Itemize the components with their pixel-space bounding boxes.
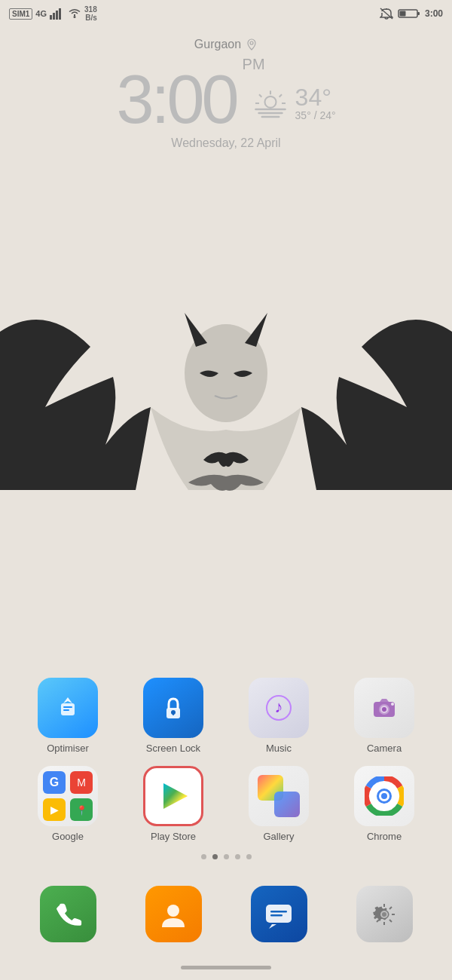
home-indicator[interactable] — [181, 966, 271, 969]
status-bar: SIM1 4G 318 B/s — [0, 0, 452, 27]
svg-point-33 — [382, 707, 386, 712]
svg-marker-20 — [185, 313, 207, 347]
weather-area: 34° 35° / 24° — [252, 85, 336, 121]
svg-text:♪: ♪ — [275, 697, 283, 716]
network-type: 4G — [35, 9, 47, 18]
dock-settings[interactable] — [350, 886, 418, 942]
temp-main: 34° — [295, 85, 331, 109]
carrier-label: SIM1 — [9, 8, 32, 20]
svg-rect-24 — [63, 709, 69, 711]
svg-rect-52 — [270, 911, 287, 913]
music-icon: ♪ — [249, 678, 309, 738]
svg-text:▶: ▶ — [50, 804, 59, 816]
settings-icon — [356, 886, 413, 942]
svg-rect-7 — [417, 12, 420, 15]
app-camera[interactable]: Camera — [343, 678, 426, 754]
phone-icon — [40, 886, 96, 942]
svg-text:📍: 📍 — [76, 804, 87, 816]
chrome-label: Chrome — [367, 831, 402, 842]
app-google[interactable]: G M ▶ 📍 Google — [26, 766, 109, 842]
messages-icon — [251, 886, 307, 942]
wifi-icon — [68, 8, 81, 19]
weather-temps: 34° 35° / 24° — [295, 85, 336, 121]
dock-messages[interactable] — [245, 886, 313, 942]
svg-rect-51 — [266, 905, 292, 923]
status-right: 3:00 — [380, 8, 443, 20]
screenlock-icon — [143, 678, 203, 738]
svg-rect-8 — [399, 11, 405, 17]
svg-rect-53 — [270, 914, 282, 917]
svg-marker-43 — [163, 783, 188, 809]
svg-rect-3 — [59, 8, 61, 20]
location-label: Gurgaon — [194, 38, 241, 51]
app-row-1: Optimiser Screen Lock ♪ Music — [15, 678, 437, 754]
optimiser-icon — [38, 678, 98, 738]
signal-icon — [50, 8, 65, 20]
svg-marker-21 — [245, 313, 267, 347]
bottom-dock — [0, 886, 452, 942]
svg-line-11 — [279, 94, 281, 96]
svg-rect-16 — [255, 109, 286, 111]
app-playstore[interactable]: Play Store — [132, 766, 215, 842]
network-speed: 318 B/s — [84, 5, 97, 22]
svg-rect-0 — [50, 15, 52, 20]
app-gallery[interactable]: Gallery — [237, 766, 320, 842]
app-screenlock[interactable]: Screen Lock — [132, 678, 215, 754]
svg-point-4 — [74, 16, 76, 18]
battery-icon — [398, 8, 420, 20]
dot-2 — [212, 854, 218, 859]
svg-point-50 — [167, 905, 179, 917]
svg-rect-18 — [261, 116, 279, 118]
svg-rect-17 — [258, 112, 282, 115]
app-optimiser[interactable]: Optimiser — [26, 678, 109, 754]
clock-row: 3:00 PM 34° 35° / 24° — [116, 56, 335, 133]
svg-point-56 — [382, 912, 386, 917]
gallery-label: Gallery — [263, 831, 294, 842]
dock-phone[interactable] — [34, 886, 102, 942]
svg-rect-45 — [274, 792, 300, 817]
notification-off-icon — [380, 8, 393, 20]
clock-area: Gurgaon 3:00 PM — [0, 38, 452, 150]
temp-range: 35° / 24° — [295, 109, 336, 121]
optimiser-label: Optimiser — [47, 743, 89, 754]
app-music[interactable]: ♪ Music — [237, 678, 320, 754]
google-label: Google — [52, 831, 84, 842]
batman-wallpaper — [0, 256, 452, 513]
app-row-2: G M ▶ 📍 Google — [15, 766, 437, 842]
chrome-icon — [354, 766, 414, 826]
svg-point-9 — [250, 41, 253, 44]
svg-text:G: G — [50, 776, 59, 789]
camera-icon — [354, 678, 414, 738]
app-grid: Optimiser Screen Lock ♪ Music — [0, 678, 452, 874]
svg-point-15 — [264, 96, 276, 108]
svg-line-62 — [389, 920, 392, 922]
music-label: Music — [266, 743, 292, 754]
app-chrome[interactable]: Chrome — [343, 766, 426, 842]
time-display: 3:00 — [425, 8, 443, 19]
dot-4 — [235, 854, 240, 859]
playstore-label: Play Store — [151, 831, 196, 842]
dock-contacts[interactable] — [139, 886, 207, 942]
camera-label: Camera — [367, 743, 402, 754]
svg-point-34 — [391, 703, 394, 706]
gallery-icon — [249, 766, 309, 826]
status-left: SIM1 4G 318 B/s — [9, 5, 97, 22]
playstore-icon — [143, 766, 203, 826]
svg-line-63 — [389, 907, 392, 909]
location-row: Gurgaon — [194, 38, 258, 51]
svg-text:M: M — [77, 776, 86, 789]
svg-rect-1 — [53, 13, 55, 20]
svg-rect-27 — [173, 712, 174, 715]
clock-time: 3:00 — [116, 66, 236, 133]
dot-3 — [224, 854, 229, 859]
location-icon — [246, 38, 258, 51]
weather-icon — [252, 88, 289, 118]
date-row: Wednesday, 22 April — [171, 136, 280, 150]
svg-line-64 — [377, 920, 379, 922]
svg-rect-2 — [56, 11, 58, 20]
svg-point-49 — [381, 793, 387, 799]
dot-5 — [246, 854, 252, 859]
dot-1 — [201, 854, 206, 859]
contacts-icon — [145, 886, 202, 942]
screenlock-label: Screen Lock — [146, 743, 200, 754]
